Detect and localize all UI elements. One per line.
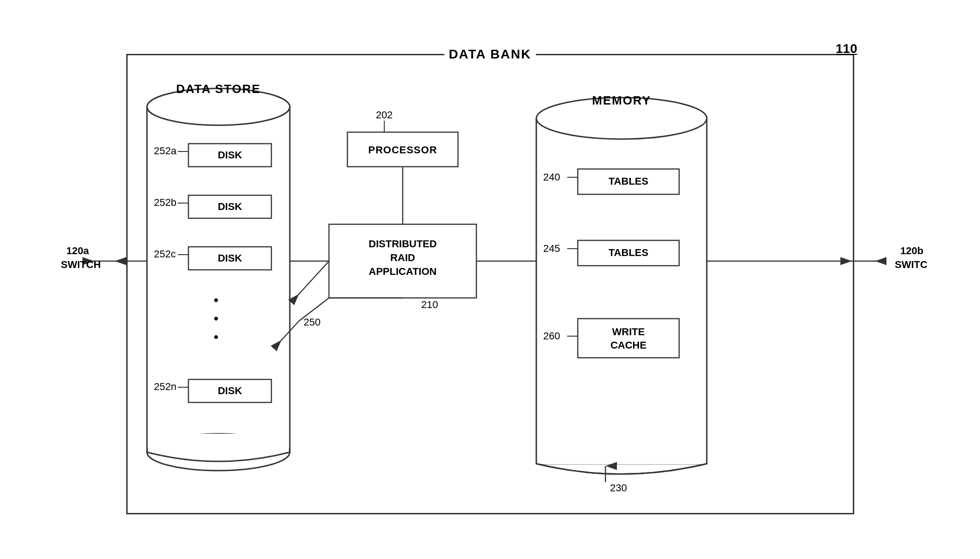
- diagram-container: DATA BANK 110 DATA STORE 252a DISK 252b …: [53, 26, 928, 533]
- data-bank-label: DATA BANK: [444, 47, 536, 62]
- switch-120a-ref: 120a: [66, 245, 89, 256]
- data-bank-box: DATA BANK 110: [126, 54, 854, 514]
- switch-120b-label: SWITCH: [895, 259, 928, 270]
- data-bank-number: 110: [836, 41, 857, 56]
- switch-120b-ref: 120b: [900, 245, 923, 256]
- switch-120a-label: SWITCH: [61, 259, 101, 270]
